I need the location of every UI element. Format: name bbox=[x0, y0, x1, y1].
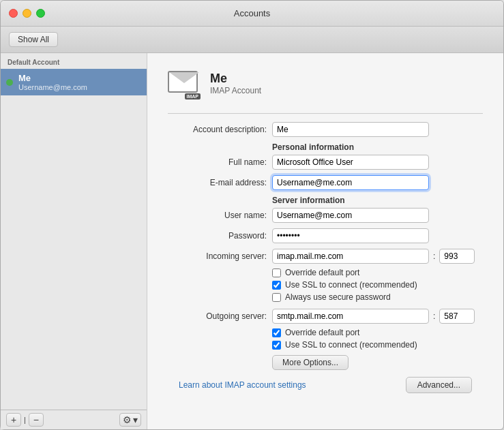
sidebar-account-email: Username@me.com bbox=[18, 83, 87, 91]
sidebar-bottom-bar: + | − ⚙ ▾ bbox=[1, 410, 147, 429]
full-name-input[interactable] bbox=[272, 155, 429, 170]
override-incoming-label: Override default port bbox=[285, 268, 359, 277]
incoming-server-row: Incoming server: : bbox=[168, 249, 483, 264]
server-info-heading: Server information bbox=[272, 196, 345, 205]
email-row: E-mail address: bbox=[168, 175, 483, 190]
override-outgoing-label: Override default port bbox=[285, 328, 359, 337]
override-incoming-checkbox[interactable] bbox=[272, 268, 281, 277]
gear-button[interactable]: ⚙ ▾ bbox=[119, 413, 141, 427]
outgoing-port-input[interactable] bbox=[439, 309, 475, 324]
override-incoming-row: Override default port bbox=[272, 268, 483, 277]
email-input[interactable] bbox=[272, 175, 429, 190]
always-secure-label: Always use secure password bbox=[285, 292, 391, 302]
sidebar-item-info: Me Username@me.com bbox=[18, 73, 87, 91]
ssl-outgoing-checkbox[interactable] bbox=[272, 341, 281, 350]
divider-1 bbox=[168, 113, 483, 114]
full-name-label: Full name: bbox=[168, 157, 267, 167]
incoming-server-label: Incoming server: bbox=[168, 251, 267, 261]
sidebar-actions-left: + | − bbox=[6, 413, 44, 427]
account-status-dot bbox=[6, 79, 13, 86]
ssl-incoming-label: Use SSL to connect (recommended) bbox=[285, 280, 417, 290]
username-label: User name: bbox=[168, 211, 267, 220]
incoming-server-input[interactable] bbox=[272, 249, 429, 264]
toolbar: Show All bbox=[1, 27, 503, 53]
outgoing-server-label: Outgoing server: bbox=[168, 311, 267, 321]
remove-account-button[interactable]: − bbox=[29, 413, 44, 427]
gear-chevron-icon: ▾ bbox=[133, 414, 138, 425]
account-title-section: Me IMAP Account bbox=[210, 72, 261, 95]
personal-info-heading: Personal information bbox=[272, 142, 354, 152]
override-outgoing-checkbox[interactable] bbox=[272, 328, 281, 337]
add-account-button[interactable]: + bbox=[6, 413, 21, 427]
outgoing-server-fields: : bbox=[272, 309, 475, 324]
ssl-incoming-checkbox[interactable] bbox=[272, 281, 281, 290]
personal-info-section-header: Personal information bbox=[168, 142, 483, 152]
incoming-server-fields: : bbox=[272, 249, 475, 264]
main-panel: IMAP Me IMAP Account Account description… bbox=[147, 53, 503, 429]
colon-separator-2: : bbox=[433, 311, 435, 321]
separator: | bbox=[23, 416, 27, 424]
imap-icon: IMAP bbox=[168, 67, 201, 99]
password-row: Password: bbox=[168, 228, 483, 243]
account-description-label: Account description: bbox=[168, 125, 267, 134]
window-title: Accounts bbox=[234, 8, 270, 18]
close-button[interactable] bbox=[9, 9, 18, 18]
more-options-row: More Options... bbox=[272, 355, 483, 370]
bottom-bar: Learn about IMAP account settings Advanc… bbox=[168, 370, 483, 401]
more-options-button[interactable]: More Options... bbox=[272, 355, 349, 370]
imap-badge: IMAP bbox=[185, 93, 201, 99]
content-area: Default Account Me Username@me.com + | −… bbox=[1, 53, 503, 429]
sidebar: Default Account Me Username@me.com + | −… bbox=[1, 53, 147, 429]
email-label: E-mail address: bbox=[168, 178, 267, 187]
password-input[interactable] bbox=[272, 228, 429, 243]
account-name: Me bbox=[210, 72, 261, 86]
account-type: IMAP Account bbox=[210, 86, 261, 95]
account-description-row: Account description: bbox=[168, 122, 483, 137]
envelope-icon bbox=[168, 71, 198, 93]
always-secure-checkbox[interactable] bbox=[272, 293, 281, 302]
colon-separator-1: : bbox=[433, 251, 435, 261]
username-row: User name: bbox=[168, 208, 483, 223]
minimize-button[interactable] bbox=[23, 9, 31, 18]
password-label: Password: bbox=[168, 231, 267, 241]
ssl-outgoing-row: Use SSL to connect (recommended) bbox=[272, 340, 483, 350]
account-description-input[interactable] bbox=[272, 122, 429, 137]
sidebar-account-name: Me bbox=[18, 73, 87, 83]
sidebar-section-label: Default Account bbox=[1, 53, 147, 69]
outgoing-server-input[interactable] bbox=[272, 309, 429, 324]
full-name-row: Full name: bbox=[168, 155, 483, 170]
server-info-section-header: Server information bbox=[168, 196, 483, 205]
ssl-outgoing-label: Use SSL to connect (recommended) bbox=[285, 340, 417, 350]
username-input[interactable] bbox=[272, 208, 429, 223]
always-secure-row: Always use secure password bbox=[272, 292, 483, 302]
maximize-button[interactable] bbox=[36, 9, 45, 18]
accounts-window: Accounts Show All Default Account Me Use… bbox=[0, 0, 504, 430]
advanced-button[interactable]: Advanced... bbox=[406, 377, 472, 393]
gear-icon: ⚙ bbox=[123, 414, 132, 425]
sidebar-account-item[interactable]: Me Username@me.com bbox=[1, 69, 147, 95]
account-header: IMAP Me IMAP Account bbox=[168, 67, 483, 99]
incoming-port-input[interactable] bbox=[439, 249, 475, 264]
show-all-button[interactable]: Show All bbox=[9, 32, 58, 47]
titlebar: Accounts bbox=[1, 1, 503, 27]
learn-link[interactable]: Learn about IMAP account settings bbox=[179, 380, 306, 390]
traffic-lights bbox=[9, 9, 45, 18]
ssl-incoming-row: Use SSL to connect (recommended) bbox=[272, 280, 483, 290]
outgoing-server-row: Outgoing server: : bbox=[168, 309, 483, 324]
override-outgoing-row: Override default port bbox=[272, 328, 483, 337]
